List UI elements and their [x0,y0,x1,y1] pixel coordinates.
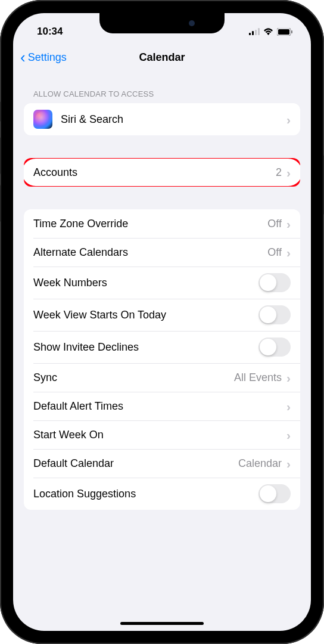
accounts-count: 2 [276,166,282,179]
toggle-week-view-today[interactable] [258,305,291,324]
back-label: Settings [28,51,67,64]
row-week-view-today: Week View Starts On Today [24,299,300,331]
toggle-week-numbers[interactable] [258,273,291,292]
row-invitee-declines: Show Invitee Declines [24,331,300,363]
row-default-alert-times[interactable]: Default Alert Times › [24,392,300,420]
group-accounts: Accounts 2 › [24,158,300,187]
chevron-right-icon: › [286,371,291,384]
row-default-calendar[interactable]: Default Calendar Calendar › [24,449,300,478]
svg-rect-2 [255,30,257,35]
siri-icon [33,110,52,129]
svg-rect-3 [258,28,260,35]
siri-label: Siri & Search [61,113,286,126]
wifi-icon [263,28,273,35]
row-accounts[interactable]: Accounts 2 › [24,158,300,187]
silence-switch [0,101,1,122]
row-sync[interactable]: Sync All Events › [24,363,300,392]
section-header-access: ALLOW CALENDAR TO ACCESS [24,72,300,103]
page-title: Calendar [139,51,185,64]
row-timezone-override[interactable]: Time Zone Override Off › [24,209,300,238]
status-time: 10:34 [37,26,63,38]
chevron-right-icon: › [286,113,291,126]
chevron-right-icon: › [286,400,291,413]
chevron-right-icon: › [286,429,291,441]
home-indicator[interactable] [120,622,204,625]
device-notch [99,13,225,33]
row-alternate-calendars[interactable]: Alternate Calendars Off › [24,238,300,267]
chevron-right-icon: › [286,457,291,470]
group-calendar-settings: Time Zone Override Off › Alternate Calen… [24,209,300,510]
battery-icon [277,28,293,36]
svg-rect-0 [249,33,251,35]
chevron-right-icon: › [286,166,291,179]
volume-up-button [0,137,1,174]
row-week-numbers: Week Numbers [24,267,300,299]
row-start-week-on[interactable]: Start Week On › [24,420,300,449]
toggle-location-suggestions[interactable] [258,484,291,503]
navigation-bar: ‹ Settings Calendar [13,43,311,72]
back-button[interactable]: ‹ Settings [20,49,67,65]
toggle-invitee-declines[interactable] [258,338,291,357]
cellular-signal-icon [249,28,260,35]
accounts-label: Accounts [33,166,276,179]
svg-rect-6 [291,30,292,33]
chevron-left-icon: ‹ [20,49,26,65]
svg-rect-1 [252,31,254,35]
chevron-right-icon: › [286,246,291,259]
chevron-right-icon: › [286,218,291,230]
group-access: Siri & Search › [24,103,300,135]
screen: 10:34 ‹ Settings [13,13,311,631]
row-siri-search[interactable]: Siri & Search › [24,103,300,135]
volume-down-button [0,185,1,222]
row-location-suggestions: Location Suggestions [24,478,300,510]
phone-device-frame: 10:34 ‹ Settings [0,0,324,644]
svg-rect-5 [278,29,289,35]
